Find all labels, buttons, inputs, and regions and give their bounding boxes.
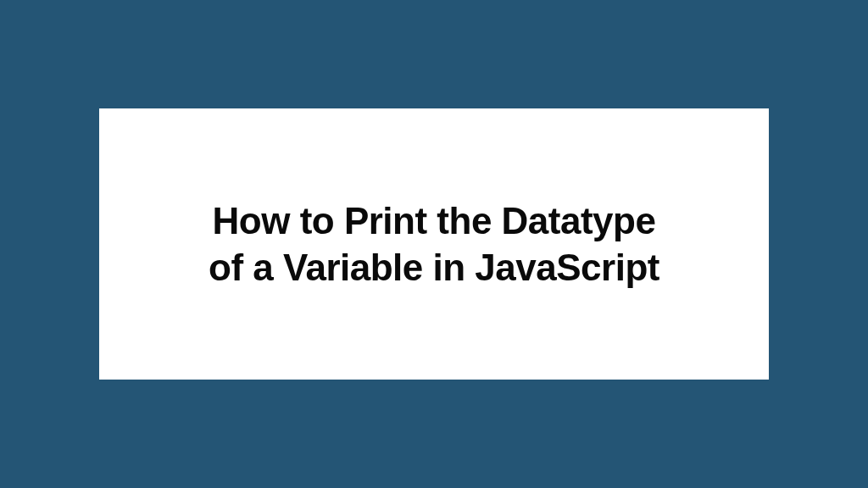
card-heading: How to Print the Datatype of a Variable … xyxy=(209,197,659,291)
content-card: How to Print the Datatype of a Variable … xyxy=(99,108,769,380)
heading-line-2: of a Variable in JavaScript xyxy=(209,247,659,288)
heading-line-1: How to Print the Datatype xyxy=(213,200,656,241)
